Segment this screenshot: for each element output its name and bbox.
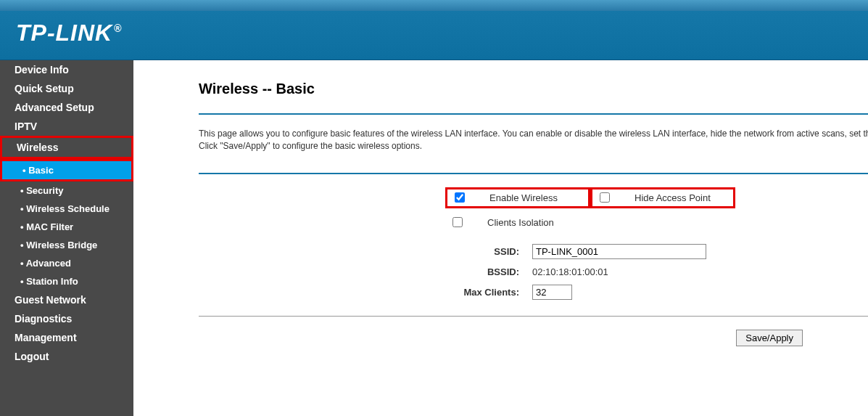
sidebar-item-basic[interactable]: Basic [0,159,133,182]
sidebar-item-management[interactable]: Management [0,328,133,347]
checkbox-row-enable-wireless: Enable Wireless [445,187,590,208]
header: TP-LINK® [0,11,868,60]
sidebar-item-guest-network[interactable]: Guest Network [0,290,133,309]
logo: TP-LINK® [16,20,123,46]
main-content: Wireless -- Basic This page allows you t… [133,60,868,416]
divider [199,316,868,317]
bssid-value: 02:10:18:01:00:01 [532,266,608,277]
max-clients-input[interactable] [532,285,572,300]
checkbox-hide-access-point[interactable] [600,192,610,203]
checkbox-label: Clients Isolation [487,217,554,228]
sidebar-item-advanced[interactable]: Advanced [0,254,133,272]
sidebar-item-security[interactable]: Security [0,182,133,200]
sidebar-item-mac-filter[interactable]: MAC Filter [0,218,133,236]
checkbox-enable-wireless[interactable] [455,192,465,203]
sidebar-item-quick-setup[interactable]: Quick Setup [0,79,133,98]
bssid-label: BSSID: [445,266,532,277]
page-title: Wireless -- Basic [199,81,868,97]
sidebar-item-wireless-schedule[interactable]: Wireless Schedule [0,200,133,218]
ssid-label: SSID: [445,246,532,257]
checkbox-clients-isolation[interactable] [452,217,463,227]
main-container: Device InfoQuick SetupAdvanced SetupIPTV… [0,60,868,416]
max-clients-row: Max Clients: [445,285,868,300]
checkbox-label: Hide Access Point [635,192,711,203]
form-area: Enable WirelessHide Access PointClients … [199,187,868,300]
divider [199,113,868,115]
sidebar-item-diagnostics[interactable]: Diagnostics [0,309,133,328]
sidebar-item-wireless-bridge[interactable]: Wireless Bridge [0,236,133,254]
sidebar-item-logout[interactable]: Logout [0,347,133,366]
sidebar-item-device-info[interactable]: Device Info [0,60,133,79]
button-row: Save/Apply [199,330,868,346]
header-gradient-bar [0,0,868,11]
checkbox-row-clients-isolation: Clients Isolation [445,214,868,231]
checkbox-row-hide-access-point: Hide Access Point [590,187,735,208]
ssid-row: SSID: [445,244,868,259]
divider [199,173,868,174]
max-clients-label: Max Clients: [445,287,532,298]
bssid-row: BSSID: 02:10:18:01:00:01 [445,266,868,277]
sidebar: Device InfoQuick SetupAdvanced SetupIPTV… [0,60,133,416]
checkbox-label: Enable Wireless [489,192,558,203]
sidebar-item-wireless[interactable]: Wireless [0,136,133,159]
save-apply-button[interactable]: Save/Apply [736,330,803,346]
sidebar-item-iptv[interactable]: IPTV [0,117,133,136]
ssid-input[interactable] [532,244,706,259]
sidebar-item-station-info[interactable]: Station Info [0,272,133,290]
sidebar-item-advanced-setup[interactable]: Advanced Setup [0,98,133,117]
page-description: This page allows you to configure basic … [199,128,868,152]
